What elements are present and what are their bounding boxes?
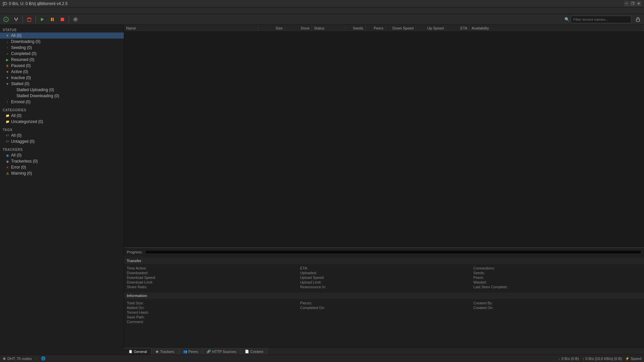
pieces-label: Pieces:	[300, 301, 312, 305]
errored-icon: !	[5, 100, 9, 104]
sidebar-item-untagged[interactable]: 🏷 Untagged (0)	[0, 138, 124, 144]
titlebar: [D: 0 B/s, U: 0 B/s] qBittorrent v4.2.5 …	[0, 0, 644, 7]
wasted-row: Wasted:	[473, 280, 641, 285]
eta-row: ETA:	[300, 266, 468, 270]
lock-button[interactable]	[633, 15, 643, 24]
info-sections: Transfer Time Active: Downloaded:	[124, 256, 644, 347]
sidebar-item-all[interactable]: ▼ All (0)	[0, 33, 124, 39]
trackers-section-header: TRACKERS	[0, 146, 124, 152]
titlebar-title: [D: 0 B/s, U: 0 B/s] qBittorrent v4.2.5	[3, 1, 67, 6]
sidebar-item-tracker-all[interactable]: ◉ All (0)	[0, 152, 124, 158]
speed-label-icon: ⚡	[625, 357, 629, 360]
trackerless-icon: ◉	[5, 159, 9, 163]
detail-panel: Progress: Transfer Time Active:	[124, 247, 644, 355]
sidebar-item-stalled-downloading[interactable]: Stalled Downloading (0)	[0, 93, 124, 99]
sidebar-item-active[interactable]: ▼ Active (0)	[0, 69, 124, 75]
share-ratio-label: Share Ratio:	[127, 285, 147, 289]
information-section-title: Information	[124, 293, 644, 299]
created-by-label: Created By:	[473, 301, 493, 305]
dht-status: ◉ DHT: 70 nodes	[3, 356, 32, 361]
col-header-done[interactable]: Done	[285, 25, 312, 32]
sidebar-item-inactive[interactable]: ▼ Inactive (0)	[0, 75, 124, 81]
add-torrent-button[interactable]: +	[1, 15, 11, 24]
tab-content[interactable]: 📄 Content	[240, 348, 268, 355]
tab-peers[interactable]: 👥 Peers	[179, 348, 203, 355]
torrent-list[interactable]: Name Size Done Status Seeds Peers Down S…	[124, 25, 644, 247]
sidebar-item-completed[interactable]: ✓ Completed (0)	[0, 51, 124, 57]
categories-section-header: CATEGORIES	[0, 106, 124, 113]
delete-button[interactable]	[24, 15, 34, 24]
network-status-icon: 🌐	[41, 356, 46, 361]
toolbar-separator-2	[36, 16, 36, 23]
downloaded-row: Downloaded:	[127, 270, 295, 275]
status-section-header: STATUS	[0, 26, 124, 33]
settings-button[interactable]	[71, 15, 80, 24]
tags-section-header: TAGS	[0, 126, 124, 132]
sidebar-item-stalled-uploading[interactable]: Stalled Uploading (0)	[0, 87, 124, 93]
peers-row: Peers:	[473, 275, 641, 280]
peers-tab-icon: 👥	[183, 350, 187, 353]
sidebar-item-errored[interactable]: ! Errored (0)	[0, 99, 124, 105]
sidebar-item-stalled[interactable]: ▼ Stalled (0)	[0, 81, 124, 87]
stalled-icon: ▼	[5, 82, 9, 86]
info-col-3: Created By: Created On:	[471, 300, 644, 325]
download-limit-label: Download Limit:	[127, 280, 153, 284]
uploaded-label: Uploaded:	[300, 271, 317, 275]
col-header-peers[interactable]: Peers	[366, 25, 386, 32]
tab-http-sources[interactable]: 🔗 HTTP Sources	[202, 348, 240, 355]
content-tab-icon: 📄	[245, 350, 249, 353]
download-speed-status: ↓ 0 B/s (0 B)	[558, 357, 579, 361]
speed-label-status: ⚡ Speed	[625, 357, 641, 361]
uploaded-row: Uploaded:	[300, 270, 468, 275]
col-header-seeds[interactable]: Seeds	[345, 25, 366, 32]
save-path-label: Save Path:	[127, 315, 145, 319]
col-header-downspeed[interactable]: Down Speed	[386, 25, 416, 32]
filter-area: 🔍	[565, 16, 631, 23]
transfer-section-title: Transfer	[124, 258, 644, 264]
torrent-hash-row: Torrent Hash:	[127, 310, 295, 315]
col-header-name[interactable]: Name	[124, 25, 258, 32]
transfer-col-1: Time Active: Downloaded: Download Speed:	[124, 265, 298, 290]
sidebar-item-resumed[interactable]: ▶ Resumed (0)	[0, 57, 124, 63]
stop-button[interactable]	[58, 15, 67, 24]
sidebar-item-paused[interactable]: ⏸ Paused (0)	[0, 63, 124, 69]
last-seen-row: Last Seen Complete:	[473, 285, 641, 289]
close-button[interactable]: ✕	[636, 1, 641, 6]
sidebar-item-trackerless[interactable]: ◉ Trackerless (0)	[0, 158, 124, 164]
pause-button[interactable]	[48, 15, 57, 24]
sidebar-item-downloading[interactable]: ↓ Downloading (0)	[0, 39, 124, 45]
minimize-button[interactable]: ─	[624, 1, 629, 6]
col-header-upspeed[interactable]: Up Speed	[416, 25, 446, 32]
restore-button[interactable]: ❐	[630, 1, 635, 6]
sidebar-item-seeding[interactable]: ↑ Seeding (0)	[0, 45, 124, 51]
col-header-avail[interactable]: Availability	[470, 25, 644, 32]
untagged-icon: 🏷	[5, 139, 9, 143]
sidebar-item-cat-all[interactable]: 📁 All (0)	[0, 113, 124, 119]
sidebar-item-uncategorized[interactable]: 📁 Uncategorized (0)	[0, 119, 124, 125]
tab-general[interactable]: 📋 General	[124, 348, 151, 355]
seeds-label: Seeds:	[473, 271, 485, 275]
stalled-downloading-icon	[11, 94, 15, 98]
transfer-grid: Time Active: Downloaded: Download Speed:	[124, 264, 644, 291]
sidebar-item-tag-all[interactable]: 🏷 All (0)	[0, 132, 124, 138]
sidebar-item-tracker-warning[interactable]: ⚠ Warning (0)	[0, 170, 124, 176]
filter-input[interactable]	[571, 16, 631, 23]
active-icon: ▼	[5, 70, 9, 74]
information-grid: Total Size: Added On: Torrent Hash:	[124, 299, 644, 326]
titlebar-controls: ─ ❐ ✕	[624, 1, 641, 6]
resume-button[interactable]	[38, 15, 47, 24]
last-seen-label: Last Seen Complete:	[473, 285, 508, 289]
bottom-tabs: 📋 General ◉ Trackers 👥 Peers 🔗 HTTP Sour…	[124, 347, 644, 355]
toolbar-separator-3	[69, 16, 69, 23]
uncategorized-icon: 📁	[5, 120, 9, 124]
col-header-eta[interactable]: ETA	[446, 25, 470, 32]
download-speed-label: Download Speed:	[127, 276, 156, 280]
col-header-size[interactable]: Size	[258, 25, 285, 32]
col-header-status[interactable]: Status	[312, 25, 345, 32]
sidebar-item-tracker-error[interactable]: ✕ Error (0)	[0, 164, 124, 170]
total-size-label: Total Size:	[127, 301, 144, 305]
tab-trackers[interactable]: ◉ Trackers	[151, 348, 178, 355]
completed-on-label: Completed On:	[300, 306, 325, 310]
upload-speed-label: Upload Speed:	[300, 276, 325, 280]
add-magnet-button[interactable]	[11, 15, 21, 24]
